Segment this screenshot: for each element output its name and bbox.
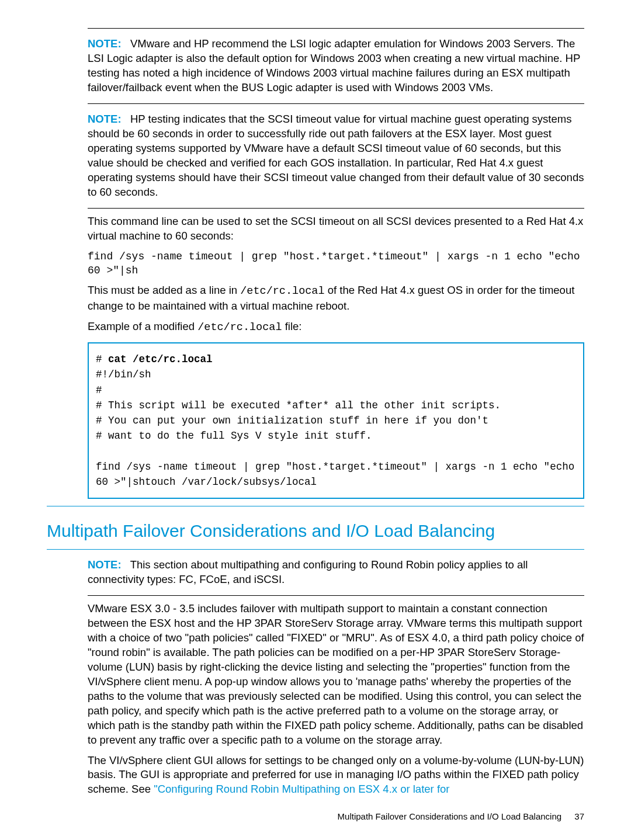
code-box: # cat /etc/rc.local #!/bin/sh # # This s… bbox=[88, 342, 584, 499]
footer-text: Multipath Failover Considerations and I/… bbox=[338, 811, 562, 821]
code-line: # bbox=[96, 353, 108, 365]
code-line: # bbox=[96, 384, 102, 396]
note-label: NOTE: bbox=[88, 37, 122, 50]
inline-code: /etc/rc.local bbox=[197, 321, 282, 334]
note-text: HP testing indicates that the SCSI timeo… bbox=[88, 113, 584, 198]
code-line: # You can put your own initialization st… bbox=[96, 415, 488, 426]
divider bbox=[88, 208, 584, 209]
cross-ref-link[interactable]: "Configuring Round Robin Multipathing on… bbox=[154, 783, 449, 795]
page-number: 37 bbox=[574, 811, 584, 821]
code-line: # want to do the full Sys V style init s… bbox=[96, 430, 372, 442]
code-line: find /sys -name timeout | grep "host.*ta… bbox=[96, 461, 581, 488]
note-text: VMware and HP recommend the LSI logic ad… bbox=[88, 37, 580, 93]
text: This must be added as a line in bbox=[88, 284, 240, 296]
paragraph: The VI/vSphere client GUI allows for set… bbox=[88, 754, 584, 797]
command-block: find /sys -name timeout | grep "host.*ta… bbox=[88, 249, 584, 278]
note-label: NOTE: bbox=[88, 558, 122, 571]
text: Example of a modified bbox=[88, 320, 197, 332]
section-divider bbox=[47, 549, 584, 550]
note-block-3: NOTE: This section about multipathing an… bbox=[88, 558, 584, 587]
section-divider bbox=[47, 506, 584, 506]
code-line: # This script will be executed *after* a… bbox=[96, 400, 501, 411]
note-block-2: NOTE: HP testing indicates that the SCSI… bbox=[88, 112, 584, 200]
divider bbox=[88, 103, 584, 104]
paragraph: Example of a modified /etc/rc.local file… bbox=[88, 320, 584, 335]
section-heading: Multipath Failover Considerations and I/… bbox=[47, 519, 584, 543]
divider bbox=[88, 595, 584, 596]
paragraph: VMware ESX 3.0 - 3.5 includes failover w… bbox=[88, 602, 584, 748]
note-label: NOTE: bbox=[88, 113, 122, 125]
paragraph: This command line can be used to set the… bbox=[88, 214, 584, 244]
note-text: This section about multipathing and conf… bbox=[88, 558, 528, 585]
code-line: #!/bin/sh bbox=[96, 369, 151, 380]
page-footer: Multipath Failover Considerations and I/… bbox=[338, 811, 584, 822]
inline-code: /etc/rc.local bbox=[240, 285, 324, 297]
divider bbox=[88, 28, 584, 29]
note-block-1: NOTE: VMware and HP recommend the LSI lo… bbox=[88, 37, 584, 95]
paragraph: This must be added as a line in /etc/rc.… bbox=[88, 283, 584, 314]
code-line-bold: cat /etc/rc.local bbox=[108, 353, 213, 365]
text: file: bbox=[282, 320, 302, 332]
